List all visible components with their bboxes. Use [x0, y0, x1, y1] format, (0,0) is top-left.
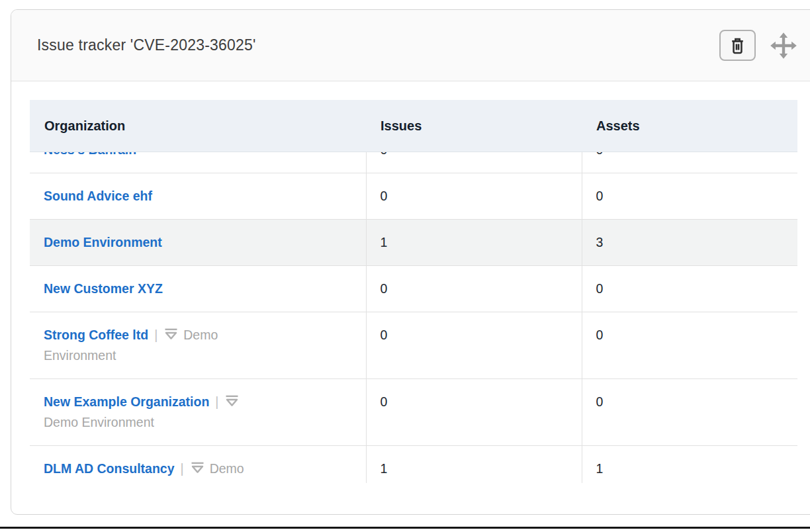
- assets-count: 1: [582, 446, 797, 484]
- separator-pipe: |: [148, 328, 163, 342]
- table-row: Ness's Bahrain00: [30, 152, 797, 173]
- assets-count: 3: [582, 220, 797, 266]
- table-row: New Customer XYZ00: [30, 266, 797, 312]
- widget-title: Issue tracker 'CVE-2023-36025': [37, 36, 719, 54]
- organization-link[interactable]: Strong Coffee ltd: [44, 328, 148, 342]
- widget-header: Issue tracker 'CVE-2023-36025': [11, 10, 810, 81]
- issues-count: 1: [366, 446, 582, 484]
- table-row: Demo Environment13: [30, 220, 797, 266]
- move-icon: [769, 31, 798, 60]
- move-widget-handle[interactable]: [768, 30, 799, 61]
- table-header-row: Organization Issues Assets: [30, 100, 797, 152]
- table-scroll-viewport[interactable]: Ness's Bahrain00Sound Advice ehf00Demo E…: [30, 152, 797, 483]
- organization-link[interactable]: DLM AD Consultancy: [44, 461, 175, 476]
- assets-count: 0: [582, 312, 797, 379]
- organization-link[interactable]: New Customer XYZ: [44, 281, 163, 296]
- table-row: Sound Advice ehf00: [30, 173, 797, 220]
- organization-cell: Ness's Bahrain: [30, 152, 366, 173]
- organization-link[interactable]: Demo Environment: [44, 235, 162, 249]
- widget-actions: [719, 30, 799, 61]
- delete-widget-button[interactable]: [719, 30, 756, 61]
- column-header-assets: Assets: [582, 118, 797, 134]
- organization-link[interactable]: Sound Advice ehf: [44, 189, 152, 203]
- funnel-icon: [163, 328, 179, 341]
- separator-pipe: |: [209, 394, 224, 409]
- trash-icon: [729, 36, 746, 55]
- issues-count: 0: [366, 173, 582, 220]
- organization-cell: DLM AD Consultancy|DemoEnvironment: [30, 446, 366, 484]
- organization-cell: New Example Organization|Demo Environmen…: [30, 379, 366, 446]
- table-row: New Example Organization|Demo Environmen…: [30, 379, 797, 446]
- organization-cell: Sound Advice ehf: [30, 173, 366, 220]
- issues-count: 0: [366, 266, 582, 312]
- issue-tracker-widget: Issue tracker 'CVE-2023-36025' Organizat…: [11, 9, 810, 515]
- issues-count: 1: [366, 220, 582, 266]
- table-row: Strong Coffee ltd|DemoEnvironment00: [30, 312, 797, 379]
- issues-count: 0: [366, 152, 582, 173]
- column-header-organization: Organization: [30, 118, 366, 134]
- funnel-icon: [224, 394, 240, 408]
- issues-count: 0: [366, 379, 582, 446]
- assets-count: 0: [582, 266, 797, 312]
- funnel-icon: [190, 461, 205, 475]
- assets-count: 0: [582, 173, 797, 220]
- widget-body: Organization Issues Assets Ness's Bahrai…: [11, 81, 810, 502]
- issues-count: 0: [366, 312, 582, 379]
- organization-link[interactable]: Ness's Bahrain: [44, 152, 136, 157]
- assets-count: 0: [582, 379, 797, 446]
- organizations-table: Organization Issues Assets Ness's Bahrai…: [30, 100, 797, 483]
- organization-cell: New Customer XYZ: [30, 266, 366, 312]
- parent-organization-label: Demo Environment: [44, 415, 154, 429]
- organization-cell: Demo Environment: [30, 220, 366, 266]
- page-bottom-divider: [0, 527, 810, 529]
- column-header-issues: Issues: [366, 118, 582, 134]
- table-body: Ness's Bahrain00Sound Advice ehf00Demo E…: [30, 152, 797, 483]
- organization-link[interactable]: New Example Organization: [44, 394, 209, 409]
- separator-pipe: |: [175, 461, 190, 476]
- assets-count: 0: [582, 152, 797, 173]
- organization-cell: Strong Coffee ltd|DemoEnvironment: [30, 312, 366, 379]
- table-row: DLM AD Consultancy|DemoEnvironment11: [30, 446, 797, 484]
